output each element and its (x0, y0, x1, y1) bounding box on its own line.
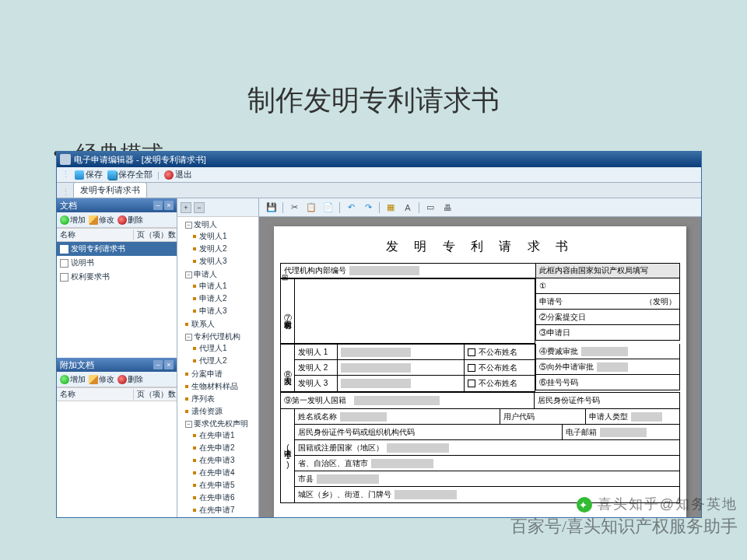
close-icon[interactable]: × (164, 360, 174, 369)
preview-icon[interactable]: ▭ (424, 201, 437, 214)
exit-button[interactable]: 退出 (164, 169, 192, 180)
edit-icon (89, 215, 98, 225)
doc-icon (60, 273, 68, 282)
applicant-label: 申请人(1) (281, 409, 295, 502)
undo-icon[interactable]: ↶ (345, 201, 357, 214)
row-4: ④费减审批 (535, 344, 680, 359)
doc-scroll[interactable]: ⊞ 发 明 专 利 请 求 书 代理机构内部编号 此框内容由国家知识产权局填写 (259, 217, 701, 517)
tabbar: ⋮ 发明专利请求书 (57, 183, 701, 198)
attach-panel-header[interactable]: 附加文档 –× (57, 358, 177, 372)
doc-panel-header[interactable]: 文档 –× (57, 198, 177, 212)
tree-leaf[interactable]: 在先申请3 (193, 455, 235, 466)
checkbox[interactable] (468, 380, 475, 387)
row-2: ②分案提交日 (535, 310, 680, 325)
tree-leaf[interactable]: 代理人1 (193, 343, 227, 354)
save-all-icon (107, 170, 117, 180)
paste-icon[interactable]: 📄 (322, 201, 335, 214)
attach-panel-toolbar: 增加 修改 删除 (57, 372, 177, 387)
row-6: ⑥挂号号码 (535, 375, 680, 390)
minimize-icon[interactable]: – (153, 201, 163, 210)
attach-col-head: 名称 页（项）数 (57, 387, 177, 401)
editor-area: 💾 ✂ 📋 📄 ↶ ↷ ▦ A ▭ 🖶 ⊞ 发 明 专 利 请 (259, 198, 701, 517)
edit-icon (89, 375, 98, 384)
tree-leaf[interactable]: 序列表 (185, 394, 215, 404)
tree-leaf[interactable]: 发明人3 (193, 256, 227, 267)
tree-leaf[interactable]: 在先申请7 (193, 505, 235, 516)
image-icon[interactable]: ▦ (384, 201, 397, 214)
menubar-grip: ⋮ (61, 170, 70, 180)
toggle-icon[interactable]: ⊞ (282, 273, 288, 282)
tree-leaf[interactable]: 申请人2 (193, 293, 227, 304)
copy-icon[interactable]: 📋 (305, 201, 317, 214)
form-title: 发 明 专 利 请 求 书 (280, 239, 680, 255)
titlebar[interactable]: 电子申请编辑器 - [发明专利请求书] (57, 152, 701, 167)
redo-icon[interactable]: ↷ (362, 201, 374, 214)
close-icon[interactable]: × (164, 201, 174, 210)
slide-title: 制作发明专利请求书 (0, 0, 747, 139)
attach-list (57, 401, 177, 517)
tree-leaf[interactable]: 在先申请4 (193, 467, 235, 478)
add-icon (60, 215, 69, 225)
tree-leaf[interactable]: 分案申请 (185, 369, 223, 380)
tree-leaf[interactable]: 申请人1 (193, 281, 227, 292)
list-item[interactable]: 权利要求书 (57, 270, 177, 284)
add-button[interactable]: 增加 (60, 374, 86, 385)
minimize-icon[interactable]: – (153, 360, 163, 369)
save-icon (75, 170, 84, 180)
tree-toolbar: + − (177, 198, 258, 217)
tree-leaf[interactable]: 生物材料样品 (185, 381, 238, 392)
font-icon[interactable]: A (402, 201, 414, 214)
tree-branch[interactable]: − 申请人 (185, 269, 217, 280)
tree-leaf[interactable]: 代理人2 (193, 355, 227, 366)
checkbox[interactable] (468, 348, 475, 356)
print-icon[interactable]: 🖶 (441, 201, 454, 214)
delete-button[interactable]: 删除 (117, 215, 143, 226)
tree-leaf[interactable]: 在先申请5 (193, 480, 235, 491)
doc-tab[interactable]: 发明专利请求书 (73, 182, 147, 198)
delete-icon (117, 375, 127, 384)
doc-list: 发明专利请求书 说明书 权利要求书 (57, 242, 177, 358)
delete-button[interactable]: 删除 (117, 374, 143, 385)
left-sidebar: 文档 –× 增加 修改 删除 名称 页（项）数 发明专利请求书 说明书 权利要求… (57, 198, 177, 517)
list-item[interactable]: 发明专利请求书 (57, 242, 177, 256)
cut-icon[interactable]: ✂ (288, 201, 300, 214)
delete-icon (117, 215, 127, 225)
add-button[interactable]: 增加 (60, 215, 86, 226)
tree-leaf[interactable]: 遗传资源 (185, 406, 223, 417)
tree[interactable]: − 发明人发明人1发明人2发明人3− 申请人申请人1申请人2申请人3联系人− 专… (177, 217, 258, 517)
edit-button[interactable]: 修改 (89, 374, 114, 385)
inventor-label: ⑧发明人 (281, 345, 295, 391)
tree-leaf[interactable]: 发明人1 (193, 231, 227, 242)
agency-code-cell: 代理机构内部编号 (280, 263, 535, 278)
invention-name-label: ⑦发明名称 (281, 279, 295, 343)
tree-branch[interactable]: − 专利代理机构 (185, 331, 240, 342)
editor-toolbar: 💾 ✂ 📋 📄 ↶ ↷ ▦ A ▭ 🖶 (259, 198, 701, 217)
tree-leaf[interactable]: 在先申请2 (193, 443, 235, 453)
expand-icon[interactable]: − (185, 334, 192, 341)
save-all-button[interactable]: 保存全部 (107, 169, 153, 180)
tree-leaf[interactable]: 发明人2 (193, 243, 227, 254)
expand-icon[interactable]: − (185, 222, 192, 229)
tree-leaf[interactable]: 在先申请6 (193, 492, 235, 503)
window-title: 电子申请编辑器 - [发明专利请求书] (74, 154, 206, 166)
save-button[interactable]: 保存 (75, 169, 103, 180)
collapse-icon[interactable]: − (194, 202, 205, 213)
tree-leaf[interactable]: 申请人3 (193, 306, 227, 317)
row-1: ① (535, 278, 680, 294)
save-icon[interactable]: 💾 (265, 201, 278, 214)
tree-leaf[interactable]: 联系人 (185, 319, 215, 330)
tree-branch[interactable]: − 要求优先权声明 (185, 418, 248, 429)
checkbox[interactable] (468, 364, 475, 372)
form-page: ⊞ 发 明 专 利 请 求 书 代理机构内部编号 此框内容由国家知识产权局填写 (274, 226, 686, 517)
row-3: ③申请日 (535, 325, 680, 341)
tree-leaf[interactable]: 在先申请1 (193, 430, 235, 441)
edit-button[interactable]: 修改 (89, 215, 114, 226)
list-item[interactable]: 说明书 (57, 256, 177, 270)
tree-branch[interactable]: − 发明人 (185, 219, 217, 230)
doc-icon (60, 245, 68, 254)
tree-panel: + − − 发明人发明人1发明人2发明人3− 申请人申请人1申请人2申请人3联系… (177, 198, 259, 517)
expand-icon[interactable]: − (185, 421, 192, 428)
expand-icon[interactable]: − (185, 271, 192, 278)
expand-icon[interactable]: + (181, 202, 191, 213)
watermark-baijiahao: 百家号/喜头知识产权服务助手 (510, 515, 738, 538)
